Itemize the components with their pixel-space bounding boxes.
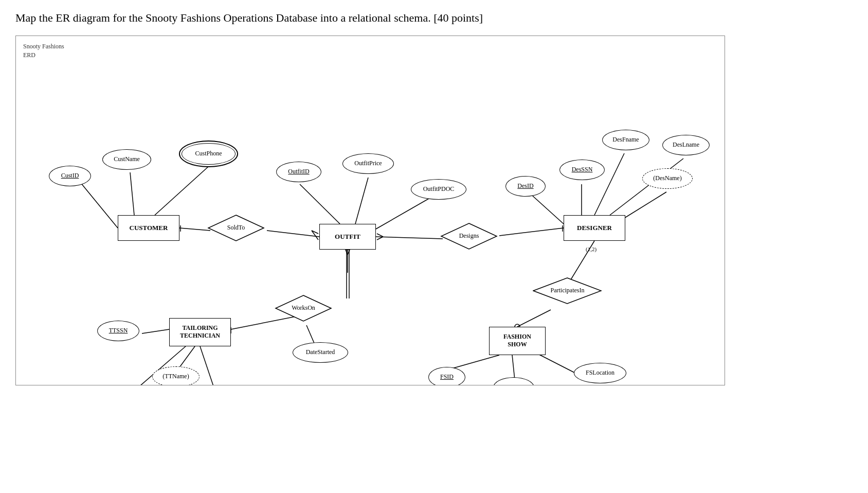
attr-outfitprice: OutfitPrice: [342, 153, 394, 174]
page-title: Map the ER diagram for the Snooty Fashio…: [15, 10, 853, 26]
entity-tailoring-technician: TAILORINGTECHNICIAN: [169, 318, 231, 346]
svg-line-6: [267, 231, 319, 237]
attr-desid: DesID: [505, 176, 546, 197]
attr-desfname: DesFname: [602, 130, 649, 150]
rel-soldto: SoldTo: [207, 214, 265, 242]
entity-designer: DESIGNER: [564, 215, 625, 241]
attr-custid: CustID: [49, 166, 91, 186]
svg-line-1: [130, 172, 134, 215]
svg-line-9: [300, 184, 340, 224]
attr-ttssn: TTSSN: [97, 321, 139, 341]
svg-line-3: [179, 228, 210, 231]
svg-line-7: [312, 231, 318, 234]
svg-line-15: [499, 228, 564, 236]
svg-line-38: [512, 355, 515, 380]
svg-line-0: [78, 179, 118, 228]
attr-desssn: DesSSN: [559, 160, 605, 180]
rel-participatesin: ParticipatesIn: [533, 277, 602, 305]
svg-line-12: [376, 237, 443, 239]
er-diagram: Snooty Fashions ERD: [15, 36, 725, 385]
attr-custphone: CustPhone: [182, 143, 236, 165]
svg-line-31: [178, 346, 195, 369]
svg-line-30: [142, 329, 169, 333]
entity-customer: CUSTOMER: [118, 215, 179, 241]
diagram-label: Snooty Fashions ERD: [23, 42, 64, 60]
svg-line-33: [200, 346, 216, 385]
attr-outfitid: OutfitID: [276, 162, 321, 182]
cardinality-label: (1,2): [586, 246, 596, 252]
svg-line-35: [517, 310, 551, 327]
svg-line-37: [448, 355, 499, 369]
attr-desname: (DesName): [642, 168, 693, 189]
rel-designs: Designs: [440, 222, 498, 250]
rel-workson: WorksOn: [275, 294, 332, 322]
svg-line-2: [155, 166, 209, 215]
svg-line-13: [377, 234, 383, 237]
attr-fsdate: FSDate: [493, 377, 534, 385]
attr-deslname: DesLname: [662, 135, 710, 155]
attr-datestarted: DateStarted: [293, 342, 348, 363]
attr-ttname: (TTName): [152, 366, 200, 385]
svg-line-14: [377, 237, 383, 240]
attr-fsid: FSID: [428, 367, 465, 385]
attr-outfitpdoc: OutfitPDOC: [411, 179, 466, 200]
attr-fslocation: FSLocation: [574, 363, 626, 383]
entity-fashion-show: FASHIONSHOW: [489, 327, 546, 355]
attr-custname: CustName: [102, 149, 151, 170]
svg-line-10: [355, 178, 368, 224]
entity-outfit: OUTFIT: [319, 224, 376, 250]
svg-line-8: [312, 231, 318, 240]
